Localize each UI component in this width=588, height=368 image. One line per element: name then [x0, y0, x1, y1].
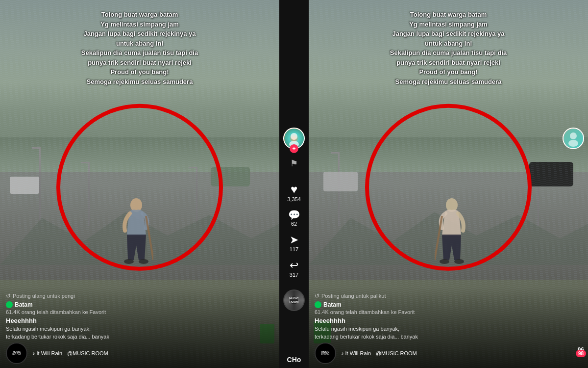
svg-point-13: [568, 140, 578, 147]
description-right: Selalu ngasih meskipun ga banyak,terkada…: [315, 325, 582, 341]
bookmark-icon: ➤: [290, 235, 298, 245]
music-disc-inner: MUSIC ROOM: [290, 296, 298, 304]
description-left: Selalu ngasih meskipun ga banyak,terkada…: [6, 325, 273, 341]
repost-icon-right: ↺: [315, 292, 319, 299]
like-action[interactable]: ♥ 3,354: [287, 184, 301, 202]
svg-point-2: [139, 259, 148, 264]
right-video-panel[interactable]: Tolong buat warga batam Yg melintasi sim…: [309, 0, 588, 368]
svg-point-0: [130, 198, 142, 212]
middle-sidebar: + ⚑ ♥ 3,354 💬 62 ➤ 117 ↩ 317 MUSIC ROOM …: [279, 0, 309, 368]
svg-line-10: [435, 216, 442, 260]
caption-left: Tolong buat warga batam Yg melintasi sim…: [0, 10, 279, 86]
caption-right: Tolong buat warga batam Yg melintasi sim…: [309, 10, 588, 86]
left-video-panel[interactable]: Tolong buat warga batam Yg melintasi sim…: [0, 0, 279, 368]
right-avatar[interactable]: [563, 128, 584, 149]
sub-location-right: 61.4K orang telah ditambahkan ke Favorit: [315, 309, 582, 315]
sub-location-left: 61.4K orang telah ditambahkan ke Favorit: [6, 309, 273, 315]
comment-icon: 💬: [288, 210, 300, 220]
person-right: [435, 196, 469, 265]
svg-point-9: [440, 259, 449, 264]
svg-point-5: [291, 133, 297, 140]
flag-icon: ⚑: [290, 159, 298, 168]
location-row-right: Batam: [315, 301, 582, 308]
comment-action[interactable]: 💬 62: [288, 210, 300, 227]
username-right: Heeehhhh: [315, 317, 582, 324]
count-badge-right: 98: [576, 350, 586, 357]
follow-button[interactable]: +: [290, 144, 298, 153]
share-action[interactable]: ↩ 317: [290, 260, 298, 278]
repost-tag-right: ↺ Posting ulang untuk palikut: [315, 292, 582, 299]
location-row-left: Batam: [6, 301, 273, 308]
avatar-container[interactable]: +: [283, 128, 305, 149]
location-dot-right: [315, 301, 321, 308]
person-left: [119, 196, 153, 265]
comment-count: 62: [291, 221, 297, 227]
share-count: 317: [290, 272, 298, 278]
bookmark-count: 117: [290, 246, 298, 252]
username-left: Heeehhhh: [6, 317, 273, 324]
svg-point-7: [446, 198, 458, 212]
share-icon: ↩: [290, 260, 298, 271]
repost-tag-left: ↺ Posting ulang untuk pengi: [6, 292, 273, 299]
cho-label: CHo: [0, 355, 588, 364]
music-disc[interactable]: MUSIC ROOM: [283, 289, 305, 311]
music-disc-logo: MUSIC ROOM: [289, 297, 298, 303]
cho-text: CHo: [287, 356, 301, 364]
svg-line-3: [146, 216, 153, 260]
svg-point-12: [570, 132, 577, 139]
bookmark-action[interactable]: ➤ 117: [290, 235, 298, 252]
location-dot-left: [6, 301, 13, 308]
repost-icon-left: ↺: [6, 292, 11, 299]
svg-point-1: [124, 259, 134, 264]
heart-icon: ♥: [291, 184, 297, 195]
svg-point-8: [454, 259, 464, 264]
flag-action[interactable]: ⚑: [290, 159, 298, 176]
like-count: 3,354: [287, 196, 301, 202]
